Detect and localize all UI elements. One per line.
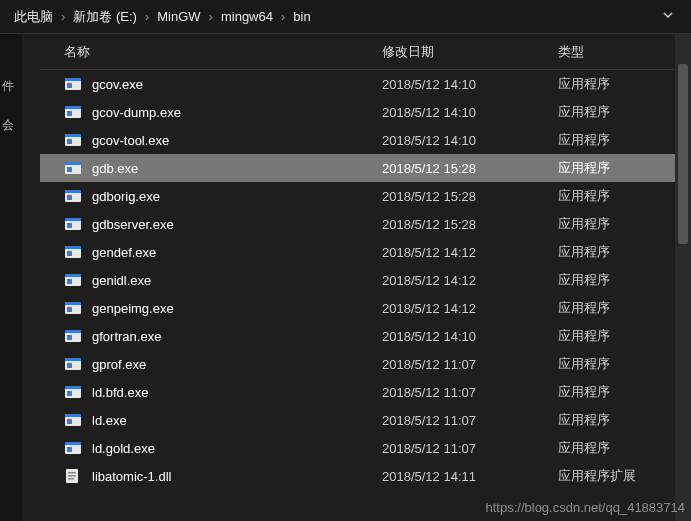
file-row[interactable]: gcov.exe2018/5/12 14:10应用程序 <box>40 70 691 98</box>
file-rows-container: gcov.exe2018/5/12 14:10应用程序gcov-dump.exe… <box>40 70 691 490</box>
svg-rect-28 <box>65 330 81 333</box>
breadcrumb[interactable]: 此电脑 › 新加卷 (E:) › MinGW › mingw64 › bin <box>0 0 691 34</box>
svg-rect-22 <box>65 274 81 277</box>
svg-rect-8 <box>67 139 72 144</box>
file-name: gcov.exe <box>92 77 382 92</box>
svg-rect-29 <box>67 335 72 340</box>
svg-rect-41 <box>67 447 72 452</box>
file-row[interactable]: ld.gold.exe2018/5/12 11:07应用程序 <box>40 434 691 462</box>
exe-file-icon <box>64 300 82 316</box>
file-row[interactable]: gdbserver.exe2018/5/12 15:28应用程序 <box>40 210 691 238</box>
file-row[interactable]: genpeimg.exe2018/5/12 14:12应用程序 <box>40 294 691 322</box>
svg-rect-35 <box>67 391 72 396</box>
exe-file-icon <box>64 216 82 232</box>
svg-rect-34 <box>65 386 81 389</box>
file-row[interactable]: gcov-tool.exe2018/5/12 14:10应用程序 <box>40 126 691 154</box>
file-type: 应用程序 <box>558 383 691 401</box>
file-date: 2018/5/12 14:11 <box>382 469 558 484</box>
exe-file-icon <box>64 160 82 176</box>
breadcrumb-item[interactable]: bin <box>287 9 316 24</box>
vertical-scrollbar[interactable] <box>675 34 691 521</box>
file-name: gprof.exe <box>92 357 382 372</box>
file-type: 应用程序 <box>558 131 691 149</box>
file-row[interactable]: genidl.exe2018/5/12 14:12应用程序 <box>40 266 691 294</box>
exe-file-icon <box>64 104 82 120</box>
breadcrumb-dropdown-button[interactable] <box>653 9 683 24</box>
svg-rect-17 <box>67 223 72 228</box>
column-header-name[interactable]: 名称 <box>64 43 382 61</box>
file-name: gdborig.exe <box>92 189 382 204</box>
left-panel-clip: 件 会 <box>0 34 22 521</box>
file-date: 2018/5/12 14:10 <box>382 133 558 148</box>
file-date: 2018/5/12 14:10 <box>382 105 558 120</box>
file-date: 2018/5/12 14:12 <box>382 245 558 260</box>
svg-rect-38 <box>67 419 72 424</box>
svg-rect-1 <box>65 78 81 81</box>
file-type: 应用程序扩展 <box>558 467 691 485</box>
file-type: 应用程序 <box>558 299 691 317</box>
svg-rect-4 <box>65 106 81 109</box>
svg-rect-19 <box>65 246 81 249</box>
breadcrumb-item[interactable]: 此电脑 <box>8 8 59 26</box>
chevron-right-icon: › <box>207 9 215 24</box>
file-row[interactable]: libatomic-1.dll2018/5/12 14:11应用程序扩展 <box>40 462 691 490</box>
left-stub-text: 件 <box>2 78 20 95</box>
breadcrumb-item[interactable]: mingw64 <box>215 9 279 24</box>
svg-rect-2 <box>67 83 72 88</box>
file-type: 应用程序 <box>558 439 691 457</box>
svg-rect-43 <box>68 472 76 474</box>
exe-file-icon <box>64 188 82 204</box>
file-type: 应用程序 <box>558 215 691 233</box>
file-row[interactable]: gfortran.exe2018/5/12 14:10应用程序 <box>40 322 691 350</box>
svg-rect-37 <box>65 414 81 417</box>
file-name: ld.exe <box>92 413 382 428</box>
file-type: 应用程序 <box>558 355 691 373</box>
column-header-type[interactable]: 类型 <box>558 43 691 61</box>
file-type: 应用程序 <box>558 159 691 177</box>
exe-file-icon <box>64 440 82 456</box>
svg-rect-25 <box>65 302 81 305</box>
chevron-right-icon: › <box>143 9 151 24</box>
svg-rect-14 <box>67 195 72 200</box>
breadcrumb-item[interactable]: 新加卷 (E:) <box>67 8 143 26</box>
file-date: 2018/5/12 15:28 <box>382 189 558 204</box>
file-name: genpeimg.exe <box>92 301 382 316</box>
file-row[interactable]: gdb.exe2018/5/12 15:28应用程序 <box>40 154 691 182</box>
file-name: genidl.exe <box>92 273 382 288</box>
exe-file-icon <box>64 244 82 260</box>
file-row[interactable]: gendef.exe2018/5/12 14:12应用程序 <box>40 238 691 266</box>
svg-rect-32 <box>67 363 72 368</box>
svg-rect-16 <box>65 218 81 221</box>
exe-file-icon <box>64 132 82 148</box>
file-name: gcov-dump.exe <box>92 105 382 120</box>
file-name: ld.gold.exe <box>92 441 382 456</box>
file-row[interactable]: ld.bfd.exe2018/5/12 11:07应用程序 <box>40 378 691 406</box>
scrollbar-thumb[interactable] <box>678 64 688 244</box>
file-name: gfortran.exe <box>92 329 382 344</box>
file-row[interactable]: gcov-dump.exe2018/5/12 14:10应用程序 <box>40 98 691 126</box>
file-name: gdb.exe <box>92 161 382 176</box>
file-type: 应用程序 <box>558 271 691 289</box>
svg-rect-31 <box>65 358 81 361</box>
file-name: gcov-tool.exe <box>92 133 382 148</box>
file-type: 应用程序 <box>558 187 691 205</box>
file-row[interactable]: ld.exe2018/5/12 11:07应用程序 <box>40 406 691 434</box>
file-name: libatomic-1.dll <box>92 469 382 484</box>
exe-file-icon <box>64 356 82 372</box>
column-header-date[interactable]: 修改日期 <box>382 43 558 61</box>
file-date: 2018/5/12 14:12 <box>382 301 558 316</box>
chevron-right-icon: › <box>279 9 287 24</box>
file-date: 2018/5/12 15:28 <box>382 161 558 176</box>
file-row[interactable]: gdborig.exe2018/5/12 15:28应用程序 <box>40 182 691 210</box>
file-date: 2018/5/12 11:07 <box>382 385 558 400</box>
file-type: 应用程序 <box>558 243 691 261</box>
exe-file-icon <box>64 412 82 428</box>
chevron-right-icon: › <box>59 9 67 24</box>
breadcrumb-item[interactable]: MinGW <box>151 9 206 24</box>
dll-file-icon <box>64 468 82 484</box>
file-row[interactable]: gprof.exe2018/5/12 11:07应用程序 <box>40 350 691 378</box>
chevron-down-icon <box>662 9 674 21</box>
file-type: 应用程序 <box>558 103 691 121</box>
file-name: gendef.exe <box>92 245 382 260</box>
svg-rect-11 <box>67 167 72 172</box>
